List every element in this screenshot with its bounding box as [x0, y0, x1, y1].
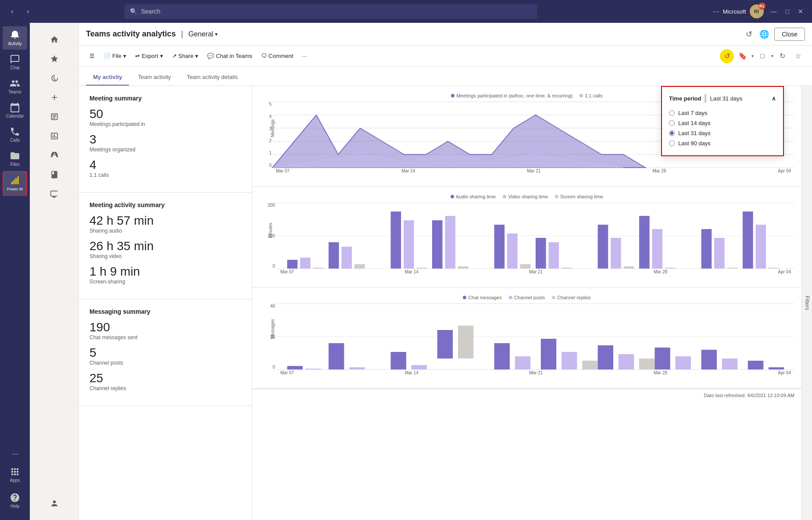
comment-button[interactable]: 🗨 Comment: [258, 50, 297, 62]
chart-icon: [50, 132, 59, 140]
export-icon: ⇌: [135, 53, 140, 59]
tab-team-activity[interactable]: Team activity: [131, 69, 178, 86]
share-button[interactable]: ↗ Share ▾: [168, 50, 202, 62]
workspace-icon: [50, 112, 59, 121]
svg-rect-49: [305, 369, 321, 369]
filter-option-31days[interactable]: Last 31 days: [669, 128, 776, 138]
svg-rect-40: [714, 238, 725, 269]
svg-rect-50: [329, 343, 344, 369]
sidebar-item-activity[interactable]: Activity: [3, 26, 27, 50]
svg-rect-52: [391, 352, 406, 369]
sidebar-item-help[interactable]: Help: [3, 489, 27, 512]
plus-icon: [50, 93, 59, 102]
hamburger-button[interactable]: ☰: [86, 50, 98, 62]
file-button[interactable]: 📄 File ▾: [100, 50, 130, 62]
svg-rect-66: [701, 350, 717, 369]
file-icon: 📄: [104, 53, 111, 59]
help-icon: [10, 492, 20, 503]
restore-button[interactable]: □: [782, 6, 793, 17]
search-bar[interactable]: 🔍 Search: [125, 4, 537, 19]
close-window-button[interactable]: ✕: [794, 6, 807, 17]
close-report-button[interactable]: Close: [774, 28, 805, 41]
svg-rect-17: [313, 268, 324, 269]
tab-my-activity[interactable]: My activity: [86, 69, 129, 86]
undo-button[interactable]: ↺: [720, 49, 734, 63]
secondary-item-home[interactable]: [33, 30, 75, 49]
secondary-item-monitor[interactable]: [33, 184, 75, 204]
toolbar: ☰ 📄 File ▾ ⇌ Export ▾ ↗ Share ▾ 💬 Chat i…: [79, 46, 812, 67]
sidebar-item-more[interactable]: ···: [3, 446, 27, 462]
secondary-item-workspace[interactable]: [33, 107, 75, 126]
svg-rect-61: [598, 345, 613, 369]
secondary-item-recent[interactable]: [33, 68, 75, 88]
more-toolbar-button[interactable]: ···: [298, 50, 310, 62]
far-sidebar: Activity Chat Teams Calendar Calls: [0, 23, 30, 520]
svg-rect-68: [748, 361, 763, 369]
screen-sharing-value: 1 h 9 min: [89, 265, 241, 279]
calendar-icon: [10, 102, 20, 113]
sidebar-bottom: Apps Help: [3, 463, 27, 516]
secondary-item-person[interactable]: [33, 494, 75, 513]
sidebar-item-files[interactable]: Files: [3, 147, 27, 170]
avatar[interactable]: RI R1: [750, 4, 764, 18]
chat-in-teams-button[interactable]: 💬 Chat in Teams: [204, 50, 256, 62]
title-bar-right: ··· Microsoft RI R1 — □ ✕: [713, 4, 807, 18]
bookmark-button[interactable]: 🔖: [736, 49, 750, 63]
svg-rect-42: [743, 212, 753, 269]
page-subtitle[interactable]: General ▾: [188, 30, 218, 38]
legend-dot-screen: [555, 195, 558, 198]
legend-calls: 1:1 calls: [579, 93, 602, 98]
secondary-item-book[interactable]: [33, 165, 75, 184]
back-button[interactable]: ‹: [5, 4, 19, 18]
secondary-item-add[interactable]: [33, 88, 75, 107]
filter-radio-31days[interactable]: [669, 130, 675, 136]
channel-replies-value: 25: [89, 371, 241, 385]
export-button[interactable]: ⇌ Export ▾: [132, 50, 167, 62]
secondary-item-chart[interactable]: [33, 126, 75, 146]
globe-button[interactable]: 🌐: [758, 28, 771, 41]
filter-radio-7days[interactable]: [669, 110, 675, 116]
tab-team-activity-details[interactable]: Team activity details: [180, 69, 245, 86]
svg-rect-20: [354, 264, 365, 269]
filter-panel: Time period Last 31 days ∧ Last 7 days L…: [661, 86, 784, 156]
sidebar-item-powerbi[interactable]: Power BI: [3, 171, 27, 196]
view-chevron: ▾: [771, 54, 773, 58]
svg-rect-33: [598, 225, 608, 269]
sidebar-item-teams[interactable]: Teams: [3, 75, 27, 98]
more-options-button[interactable]: ···: [713, 7, 719, 16]
refresh-view-button[interactable]: ↻: [775, 49, 789, 63]
filter-option-7days[interactable]: Last 7 days: [669, 108, 776, 118]
channel-posts-value: 5: [89, 346, 241, 360]
refresh-button[interactable]: ↺: [744, 28, 754, 41]
favorite-button[interactable]: ☆: [791, 49, 805, 63]
filter-option-90days[interactable]: Last 90 days: [669, 138, 776, 148]
toolbar-right: ↺ 🔖 ▾ □ ▾ ↻ ☆: [720, 49, 805, 63]
sidebar-item-apps[interactable]: Apps: [3, 463, 27, 486]
filter-radio-14days[interactable]: [669, 120, 675, 126]
comment-icon: 🗨: [261, 53, 267, 59]
filter-option-14days[interactable]: Last 14 days: [669, 118, 776, 128]
meeting-activity-section: Meeting activity summary 42 h 57 min Sha…: [79, 193, 252, 299]
meetings-participated-value: 50: [89, 107, 241, 121]
forward-button[interactable]: ›: [21, 4, 35, 18]
svg-rect-31: [549, 242, 559, 269]
view-button[interactable]: □: [755, 49, 769, 63]
sidebar-item-chat[interactable]: Chat: [3, 50, 27, 74]
svg-rect-37: [652, 229, 663, 269]
secondary-item-rocket[interactable]: [33, 146, 75, 165]
minimize-button[interactable]: —: [767, 6, 780, 17]
filter-radio-90days[interactable]: [669, 140, 675, 146]
sidebar-item-calendar[interactable]: Calendar: [3, 99, 27, 122]
svg-rect-25: [445, 216, 456, 269]
filter-collapse-icon[interactable]: ∧: [772, 95, 776, 102]
book-icon: [50, 170, 59, 179]
svg-rect-22: [404, 220, 414, 269]
messaging-legend: Chat messages Channel posts Channel repl…: [259, 295, 794, 300]
sidebar-item-calls[interactable]: Calls: [3, 123, 27, 146]
main-layout: Activity Chat Teams Calendar Calls: [0, 23, 812, 520]
page-header-right: ↺ 🌐 Close: [744, 28, 805, 41]
filters-tab[interactable]: Filters: [801, 86, 812, 520]
svg-rect-3: [18, 176, 19, 184]
secondary-item-favorites[interactable]: [33, 49, 75, 68]
legend-screen: Screen sharing time: [555, 194, 603, 199]
